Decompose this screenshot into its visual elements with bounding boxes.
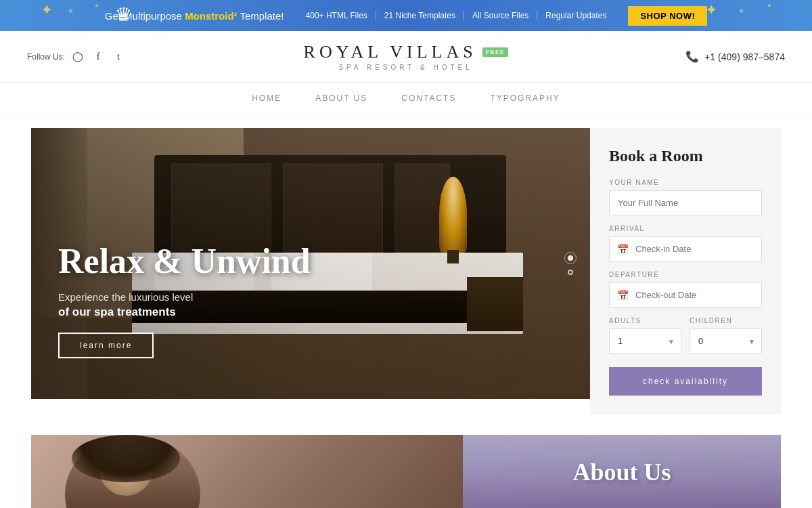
adults-label: ADULTS bbox=[609, 317, 681, 324]
departure-input-wrap: 📅 bbox=[609, 282, 762, 308]
hero-content: Relax & Unwind Experience the luxurious … bbox=[58, 242, 311, 358]
follow-label: Follow Us: bbox=[27, 52, 65, 62]
hero-image: Relax & Unwind Experience the luxurious … bbox=[31, 128, 590, 399]
deco-star-left: ✦ bbox=[41, 1, 53, 19]
arrival-field-group: ARRIVAL 📅 bbox=[609, 225, 762, 261]
about-title: About Us bbox=[572, 458, 671, 486]
arrival-input[interactable] bbox=[609, 236, 762, 261]
calendar-icon-departure: 📅 bbox=[617, 289, 629, 301]
arrival-label: ARRIVAL bbox=[609, 225, 762, 232]
deco-dot-1: ● bbox=[68, 5, 73, 16]
facebook-icon[interactable]: f bbox=[91, 49, 106, 64]
booking-panel: Book a Room YOUR NAME ARRIVAL 📅 DEPARTUR… bbox=[590, 128, 781, 415]
dot-inner bbox=[568, 255, 573, 261]
book-title: Book a Room bbox=[609, 147, 762, 165]
deco-dot-2: ● bbox=[95, 1, 99, 9]
crown-icon: ♛ bbox=[115, 3, 132, 26]
promo-link-niche[interactable]: 21 Niche Templates bbox=[376, 11, 464, 20]
main-nav: HOME ABOUT US CONTACTS TYPOGRAPHY bbox=[0, 83, 812, 114]
spa-image-card bbox=[31, 435, 463, 508]
deco-dot-r2: ● bbox=[767, 1, 771, 9]
departure-field-group: DEPARTURE 📅 bbox=[609, 271, 762, 308]
adults-group: ADULTS 1234 ▼ bbox=[609, 317, 681, 354]
promo-links: 400+ HTML Files 21 Niche Templates All S… bbox=[298, 11, 615, 20]
name-field-group: YOUR NAME bbox=[609, 179, 762, 215]
adults-select-wrap: 1234 ▼ bbox=[609, 329, 681, 354]
phone-area: 📞 +1 (409) 987–5874 bbox=[685, 50, 785, 63]
logo-subtitle: SPA RESORT & HOTEL bbox=[304, 64, 508, 71]
arrival-input-wrap: 📅 bbox=[609, 236, 762, 261]
follow-us-area: Follow Us: ◯ f t bbox=[27, 49, 126, 64]
phone-icon: 📞 bbox=[685, 50, 699, 63]
instagram-icon[interactable]: ◯ bbox=[70, 49, 85, 64]
slider-dots bbox=[564, 252, 577, 275]
name-input[interactable] bbox=[609, 190, 762, 215]
hero-subtitle2: of our spa treatments bbox=[58, 305, 311, 319]
slider-dot-2[interactable] bbox=[568, 270, 573, 275]
departure-input[interactable] bbox=[609, 282, 762, 308]
children-select[interactable]: 0123 bbox=[690, 329, 762, 354]
children-select-wrap: 0123 ▼ bbox=[690, 329, 762, 354]
nav-typography[interactable]: TYPOGRAPHY bbox=[490, 93, 560, 103]
hero-subtitle1: Experience the luxurious level bbox=[58, 291, 311, 303]
promo-bar: ✦ ● ● ♛ Get Multipurpose Monstroid² Temp… bbox=[0, 0, 812, 31]
hero-title: Relax & Unwind bbox=[58, 242, 311, 280]
phone-number: +1 (409) 987–5874 bbox=[704, 51, 785, 62]
promo-link-source[interactable]: All Source Files bbox=[464, 11, 537, 20]
nav-home[interactable]: HOME bbox=[252, 93, 281, 103]
logo: ROYAL VILLAS FREE SPA RESORT & HOTEL bbox=[304, 42, 508, 71]
shop-now-button[interactable]: SHOP NOW! bbox=[628, 6, 707, 26]
children-group: CHILDREN 0123 ▼ bbox=[690, 317, 762, 354]
departure-label: DEPARTURE bbox=[609, 271, 762, 278]
site-header: Follow Us: ◯ f t ROYAL VILLAS FREE SPA R… bbox=[0, 31, 812, 83]
free-badge: FREE bbox=[482, 47, 508, 57]
children-label: CHILDREN bbox=[690, 317, 762, 324]
person-hair bbox=[72, 435, 180, 482]
adults-select[interactable]: 1234 bbox=[609, 329, 681, 354]
check-availability-button[interactable]: check availability bbox=[609, 367, 762, 396]
deco-star-right: ✦ bbox=[705, 1, 717, 19]
promo-link-updates[interactable]: Regular Updates bbox=[537, 11, 614, 20]
nav-about[interactable]: ABOUT US bbox=[315, 93, 367, 103]
guests-row: ADULTS 1234 ▼ CHILDREN 0123 ▼ bbox=[609, 317, 762, 354]
slider-dot-active[interactable] bbox=[564, 252, 577, 264]
logo-name: ROYAL VILLAS FREE bbox=[304, 42, 508, 62]
below-hero-section: About Us bbox=[0, 435, 812, 508]
nav-contacts[interactable]: CONTACTS bbox=[401, 93, 456, 103]
deco-dot-r1: ● bbox=[739, 5, 744, 16]
about-card: About Us bbox=[463, 435, 781, 508]
name-label: YOUR NAME bbox=[609, 179, 762, 186]
promo-link-html[interactable]: 400+ HTML Files bbox=[298, 11, 376, 20]
twitter-icon[interactable]: t bbox=[111, 49, 126, 64]
hero-section: Relax & Unwind Experience the luxurious … bbox=[0, 128, 812, 415]
calendar-icon-arrival: 📅 bbox=[617, 243, 629, 255]
learn-more-button[interactable]: learn more bbox=[58, 333, 154, 358]
